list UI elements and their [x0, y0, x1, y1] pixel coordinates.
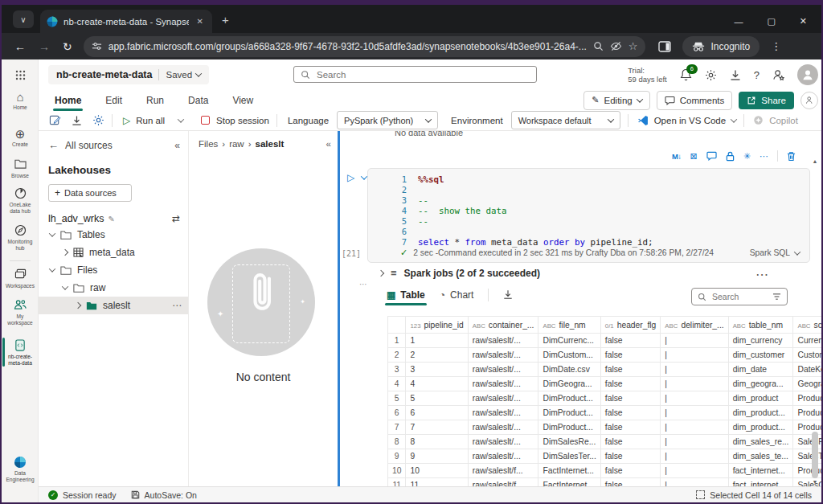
- column-header[interactable]: ABCtable_nm: [728, 317, 793, 334]
- switch-lakehouse-icon[interactable]: ⇄: [172, 213, 180, 224]
- table-cell[interactable]: dim_product: [728, 391, 793, 406]
- browser-menu-icon[interactable]: ⋮: [771, 40, 781, 52]
- sidebar-item-my-workspace[interactable]: My workspace: [2, 297, 39, 326]
- table-cell[interactable]: false: [600, 348, 661, 363]
- table-cell[interactable]: DimProduct...: [538, 406, 600, 420]
- tab-search-button[interactable]: ∨: [13, 10, 34, 28]
- table-cell[interactable]: 5: [406, 391, 468, 406]
- reload-button[interactable]: ↻: [63, 40, 72, 53]
- tab-table[interactable]: ▦ Table: [387, 289, 425, 305]
- table-cell[interactable]: 11: [406, 478, 468, 487]
- chevron-right-icon[interactable]: [62, 249, 68, 256]
- environment-dropdown[interactable]: Workspace default: [511, 111, 620, 129]
- table-cell[interactable]: |: [661, 377, 728, 391]
- table-cell[interactable]: DimDate.csv: [538, 363, 600, 377]
- tab-home[interactable]: Home: [53, 92, 83, 109]
- table-cell[interactable]: raw/saleslt/f...: [468, 478, 538, 487]
- table-row[interactable]: 88raw/saleslt/...DimSalesRe...false|dim_…: [388, 435, 822, 449]
- editing-mode-dropdown[interactable]: ✎ Editing: [583, 91, 649, 110]
- table-cell[interactable]: DimCustom...: [538, 348, 600, 363]
- table-cell[interactable]: false: [600, 391, 661, 406]
- table-cell[interactable]: dim_sales_re...: [728, 435, 793, 449]
- table-cell[interactable]: |: [661, 363, 728, 377]
- code-line[interactable]: --: [418, 195, 803, 206]
- browser-tab[interactable]: nb-create-meta-data - Synapse ✕: [40, 10, 212, 33]
- chevron-right-icon[interactable]: [378, 269, 384, 276]
- table-cell[interactable]: |: [661, 435, 728, 449]
- code-line[interactable]: --: [418, 216, 803, 227]
- table-cell[interactable]: fact_internet...: [728, 478, 793, 487]
- clear-output-icon[interactable]: ⊠: [690, 151, 698, 162]
- table-cell[interactable]: false: [600, 464, 661, 478]
- spark-jobs-header[interactable]: ≡ Spark jobs (2 of 2 succeeded): [379, 267, 540, 279]
- table-cell[interactable]: DimProduct...: [538, 391, 600, 406]
- table-cell[interactable]: dim_product...: [728, 406, 793, 420]
- site-settings-icon[interactable]: [92, 41, 102, 51]
- results-search-box[interactable]: [691, 288, 788, 305]
- run-cell-icon[interactable]: ▷: [347, 172, 354, 183]
- user-avatar[interactable]: [797, 64, 818, 85]
- minimize-button[interactable]: —: [734, 17, 743, 27]
- table-row[interactable]: 99raw/saleslt/...DimSalesTer...false|dim…: [388, 449, 822, 464]
- results-search-input[interactable]: [710, 291, 764, 302]
- sidebar-item-create[interactable]: ⊕ Create: [2, 127, 39, 148]
- table-cell[interactable]: 10: [406, 464, 468, 478]
- table-cell[interactable]: FactInternet...: [538, 478, 600, 487]
- column-header[interactable]: ABCcontainer_...: [468, 317, 538, 334]
- share-button[interactable]: Share: [739, 92, 794, 109]
- help-button[interactable]: ?: [754, 69, 760, 81]
- tab-run[interactable]: Run: [145, 92, 166, 109]
- table-cell[interactable]: fact_internet...: [728, 464, 793, 478]
- add-data-sources-button[interactable]: + Data sources: [48, 184, 132, 202]
- back-button[interactable]: ←: [14, 40, 26, 53]
- code-editor[interactable]: %%sql ---- show the data-- select * from…: [418, 174, 803, 248]
- table-cell[interactable]: 2: [406, 348, 468, 363]
- table-cell[interactable]: raw/saleslt/...: [468, 377, 538, 391]
- table-row[interactable]: 77raw/saleslt/...DimProduct...false|dim_…: [388, 420, 822, 435]
- scroll-up-icon[interactable]: ▲: [812, 158, 818, 164]
- tab-chart[interactable]: ◔ Chart: [440, 289, 474, 305]
- table-cell[interactable]: |: [661, 420, 728, 435]
- download-results-button[interactable]: [503, 289, 513, 305]
- table-cell[interactable]: false: [600, 406, 661, 420]
- table-row[interactable]: 22raw/saleslt/...DimCustom...false|dim_c…: [388, 348, 822, 363]
- forward-button[interactable]: →: [39, 40, 50, 53]
- lakehouse-name[interactable]: lh_adv_wrks: [48, 213, 104, 224]
- export-button[interactable]: [72, 115, 82, 126]
- table-row[interactable]: 33raw/saleslt/...DimDate.csvfalse|dim_da…: [388, 363, 822, 377]
- sidebar-item-data-engineering[interactable]: Data Engineering: [2, 455, 39, 483]
- table-cell[interactable]: dim_geogra...: [728, 377, 793, 391]
- table-cell[interactable]: |: [661, 406, 728, 420]
- side-panel-icon[interactable]: [658, 41, 671, 52]
- freeze-icon[interactable]: ✳: [743, 151, 751, 162]
- settings-gear-button[interactable]: [705, 69, 717, 81]
- markdown-icon[interactable]: M↓: [672, 152, 682, 161]
- save-notebook-button[interactable]: [49, 115, 61, 126]
- table-cell[interactable]: raw/saleslt/...: [468, 435, 538, 449]
- sidebar-item-home[interactable]: ⌂ Home: [2, 90, 39, 111]
- collapse-panel-icon[interactable]: «: [174, 140, 180, 151]
- breadcrumb-saleslt[interactable]: saleslt: [256, 139, 285, 149]
- chevron-down-icon[interactable]: [49, 265, 55, 272]
- tab-edit[interactable]: Edit: [104, 92, 124, 109]
- code-line[interactable]: select * from meta_data order by pipelin…: [418, 237, 803, 248]
- scrollbar-thumb[interactable]: [812, 432, 818, 478]
- table-cell[interactable]: |: [661, 348, 728, 363]
- table-cell[interactable]: 1: [406, 334, 468, 348]
- new-tab-button[interactable]: +: [222, 13, 229, 27]
- table-cell[interactable]: false: [600, 478, 661, 487]
- back-arrow-icon[interactable]: ←: [48, 139, 59, 151]
- stop-session-button[interactable]: Stop session: [201, 116, 269, 125]
- table-cell[interactable]: false: [600, 449, 661, 464]
- table-cell[interactable]: 3: [406, 363, 468, 377]
- session-settings-button[interactable]: [92, 114, 104, 126]
- table-cell[interactable]: false: [600, 420, 661, 435]
- table-row[interactable]: 55raw/saleslt/...DimProduct...false|dim_…: [388, 391, 822, 406]
- sidebar-item-monitoring-hub[interactable]: Monitoring hub: [2, 223, 39, 252]
- chevron-right-icon[interactable]: [75, 302, 81, 309]
- search-input[interactable]: [315, 69, 530, 80]
- language-dropdown[interactable]: PySpark (Python): [337, 111, 438, 129]
- code-line[interactable]: %%sql: [418, 174, 803, 185]
- table-cell[interactable]: 4: [406, 377, 468, 391]
- table-cell[interactable]: DimProduct...: [538, 420, 600, 435]
